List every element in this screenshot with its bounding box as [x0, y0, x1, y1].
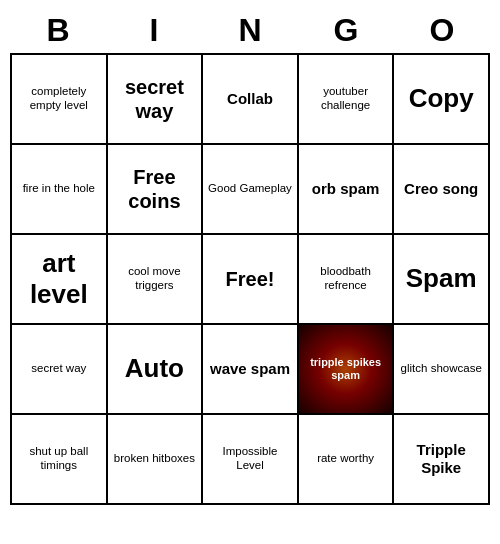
bingo-cell-r1c0: fire in the hole [12, 145, 108, 235]
bingo-cell-r0c4: Copy [394, 55, 490, 145]
cell-label: Tripple Spike [398, 441, 484, 477]
bingo-cell-r3c4: glitch showcase [394, 325, 490, 415]
cell-label: rate worthy [317, 452, 374, 466]
bingo-cell-r1c4: Creo song [394, 145, 490, 235]
header-letter: N [202, 8, 298, 53]
cell-label: Copy [409, 83, 474, 114]
bingo-cell-r0c2: Collab [203, 55, 299, 145]
cell-label: broken hitboxes [114, 452, 195, 466]
bingo-cell-r2c0: art level [12, 235, 108, 325]
cell-label: shut up ball timings [16, 445, 102, 473]
cell-label: wave spam [210, 360, 290, 378]
cell-label: Creo song [404, 180, 478, 198]
bingo-cell-r1c3: orb spam [299, 145, 395, 235]
bingo-cell-r4c1: broken hitboxes [108, 415, 204, 505]
header-letter: G [298, 8, 394, 53]
cell-label: bloodbath refrence [303, 265, 389, 293]
cell-label: Good Gameplay [208, 182, 292, 196]
cell-label: Spam [406, 263, 477, 294]
bingo-cell-r4c2: Impossible Level [203, 415, 299, 505]
cell-label: completely empty level [16, 85, 102, 113]
bingo-header: BINGO [10, 8, 490, 53]
bingo-cell-r3c0: secret way [12, 325, 108, 415]
bingo-cell-r4c4: Tripple Spike [394, 415, 490, 505]
cell-label: cool move triggers [112, 265, 198, 293]
cell-label: tripple spikes spam [303, 356, 389, 382]
bingo-cell-r0c1: secret way [108, 55, 204, 145]
bingo-grid: completely empty levelsecret wayCollabyo… [10, 53, 490, 505]
bingo-cell-r3c2: wave spam [203, 325, 299, 415]
cell-label: Impossible Level [207, 445, 293, 473]
bingo-cell-r2c2: Free! [203, 235, 299, 325]
header-letter: B [10, 8, 106, 53]
bingo-cell-r2c4: Spam [394, 235, 490, 325]
header-letter: I [106, 8, 202, 53]
bingo-cell-r1c2: Good Gameplay [203, 145, 299, 235]
cell-label: Free! [226, 267, 275, 291]
cell-label: Auto [125, 353, 184, 384]
header-letter: O [394, 8, 490, 53]
bingo-cell-r4c0: shut up ball timings [12, 415, 108, 505]
bingo-card: BINGO completely empty levelsecret wayCo… [10, 8, 490, 505]
cell-label: art level [16, 248, 102, 310]
bingo-cell-r3c3: tripple spikes spam [299, 325, 395, 415]
bingo-cell-r4c3: rate worthy [299, 415, 395, 505]
bingo-cell-r2c3: bloodbath refrence [299, 235, 395, 325]
cell-label: orb spam [312, 180, 380, 198]
cell-label: Free coins [112, 165, 198, 213]
cell-label: youtuber challenge [303, 85, 389, 113]
bingo-cell-r3c1: Auto [108, 325, 204, 415]
cell-label: secret way [31, 362, 86, 376]
bingo-cell-r0c0: completely empty level [12, 55, 108, 145]
bingo-cell-r1c1: Free coins [108, 145, 204, 235]
bingo-cell-r2c1: cool move triggers [108, 235, 204, 325]
cell-label: fire in the hole [23, 182, 95, 196]
bingo-cell-r0c3: youtuber challenge [299, 55, 395, 145]
cell-label: glitch showcase [401, 362, 482, 376]
cell-label: Collab [227, 90, 273, 108]
cell-label: secret way [112, 75, 198, 123]
